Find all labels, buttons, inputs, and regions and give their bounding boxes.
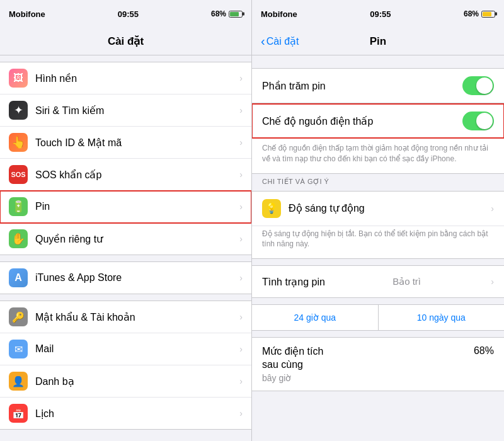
settings-list: 🖼 Hình nền › ✦ Siri & Tìm kiếm › 👆 Touch…: [0, 55, 251, 441]
mucdien-label2: sau cùng: [262, 358, 323, 372]
settings-section-3: 🔑 Mật khẩu & Tài khoản › ✉ Mail › 👤 Danh…: [0, 301, 251, 430]
left-time: 09:55: [118, 9, 139, 19]
phantram-label: Phần trăm pin: [262, 80, 326, 92]
siri-chevron: ›: [239, 105, 243, 115]
appstore-chevron: ›: [239, 273, 243, 283]
siri-label: Siri & Tìm kiếm: [35, 105, 236, 117]
mucdien-label1: Mức điện tích: [262, 345, 323, 358]
tinhtrang-chevron: ›: [491, 277, 494, 287]
wallpaper-chevron: ›: [239, 73, 243, 83]
phantram-toggle-thumb: [476, 77, 493, 94]
list-item-touchid[interactable]: 👆 Touch ID & Mật mã ›: [0, 127, 251, 159]
mucdien-sub: bây giờ: [262, 373, 494, 383]
calendar-label: Lịch: [35, 408, 236, 420]
back-label: Cài đặt: [266, 35, 299, 47]
calendar-icon: 📅: [9, 404, 28, 423]
contacts-label: Danh bạ: [35, 375, 236, 387]
contacts-chevron: ›: [239, 376, 243, 386]
chedo-row: Chế độ nguồn điện thấp: [252, 104, 504, 138]
sos-icon: SOS: [9, 165, 28, 184]
right-battery-area: 68%: [464, 9, 495, 18]
right-title: Pin: [370, 35, 386, 48]
chedo-toggle[interactable]: [462, 112, 494, 130]
wallpaper-icon: 🖼: [9, 69, 28, 88]
mucdien-label-container: Mức điện tích sau cùng: [262, 345, 323, 372]
left-status-bar: Mobifone 09:55 68%: [0, 0, 251, 28]
list-item-privacy[interactable]: ✋ Quyền riêng tư ›: [0, 223, 251, 255]
mail-icon: ✉: [9, 340, 28, 358]
appstore-icon: A: [9, 268, 28, 287]
tinhtrang-section: Tình trạng pin Bảo trì ›: [252, 265, 504, 298]
mail-chevron: ›: [239, 344, 243, 354]
back-chevron-icon: ‹: [261, 34, 265, 49]
chedo-toggle-thumb: [476, 113, 493, 129]
settings-section-1: 🖼 Hình nền › ✦ Siri & Tìm kiếm › 👆 Touch…: [0, 62, 251, 255]
battery-list-icon: 🔋: [9, 197, 28, 216]
right-panel: Mobifone 09:55 68% ‹ Cài đặt Pin Phần tr…: [252, 0, 504, 441]
battery-label: Pin: [35, 201, 236, 212]
battery-chevron: ›: [239, 202, 243, 212]
settings-section-2: A iTunes & App Store ›: [0, 261, 251, 294]
dosang-row[interactable]: 💡 Độ sáng tự động ›: [252, 192, 504, 226]
appstore-label: iTunes & App Store: [35, 272, 236, 284]
keychain-label: Mật khẩu & Tài khoản: [35, 311, 236, 323]
mail-label: Mail: [35, 343, 236, 355]
right-battery-icon: [481, 11, 495, 18]
list-item-wallpaper[interactable]: 🖼 Hình nền ›: [0, 62, 251, 94]
chitiet-header: CHI TIẾT VÀ GỢI Ý: [252, 174, 504, 190]
list-item-keychain[interactable]: 🔑 Mật khẩu & Tài khoản ›: [0, 301, 251, 333]
sos-label: SOS khẩn cấp: [35, 169, 236, 181]
dosang-desc: Độ sáng tự động hiện bị tắt. Bạn có thể …: [252, 226, 504, 259]
right-battery-percent: 68%: [464, 9, 479, 18]
left-battery-fill: [230, 12, 239, 16]
dosang-section: 💡 Độ sáng tự động › Độ sáng tự động hiện…: [252, 191, 504, 260]
touchid-icon: 👆: [9, 133, 28, 152]
list-item-mail[interactable]: ✉ Mail ›: [0, 333, 251, 365]
keychain-chevron: ›: [239, 312, 243, 322]
right-nav-header: ‹ Cài đặt Pin: [252, 28, 504, 55]
left-battery-area: 68%: [211, 9, 243, 18]
sos-chevron: ›: [239, 169, 243, 180]
right-carrier: Mobifone: [261, 9, 297, 19]
tab-10days[interactable]: 10 ngày qua: [379, 305, 505, 330]
tab-24h[interactable]: 24 giờ qua: [252, 305, 379, 330]
keychain-icon: 🔑: [9, 307, 28, 326]
left-title: Cài đặt: [108, 35, 144, 48]
dosang-icon: 💡: [262, 199, 281, 218]
touchid-chevron: ›: [239, 137, 243, 147]
privacy-icon: ✋: [9, 229, 28, 248]
dosang-label: Độ sáng tự động: [289, 202, 487, 214]
list-item-calendar[interactable]: 📅 Lịch ›: [0, 398, 251, 429]
mucdien-top: Mức điện tích sau cùng 68%: [262, 345, 494, 372]
left-panel: Mobifone 09:55 68% Cài đặt 🖼 Hình nền › …: [0, 0, 252, 441]
list-item-siri[interactable]: ✦ Siri & Tìm kiếm ›: [0, 94, 251, 127]
phantram-row: Phần trăm pin: [252, 69, 504, 103]
left-carrier: Mobifone: [9, 9, 45, 19]
phantram-section: Phần trăm pin: [252, 68, 504, 103]
chedo-description: Chế độ nguồn điện thấp tạm thời giảm hoạ…: [252, 138, 504, 173]
phantram-toggle[interactable]: [462, 76, 494, 95]
left-battery-percent: 68%: [211, 9, 226, 18]
tinhtrang-label: Tình trạng pin: [262, 276, 325, 288]
right-status-bar: Mobifone 09:55 68%: [252, 0, 504, 28]
right-time: 09:55: [370, 9, 391, 19]
dosang-chevron: ›: [491, 203, 494, 214]
tabs-section: 24 giờ qua 10 ngày qua: [252, 304, 504, 331]
right-content: Phần trăm pin Chế độ nguồn điện thấp Chế…: [252, 55, 504, 441]
tinhtrang-row[interactable]: Tình trạng pin Bảo trì ›: [252, 266, 504, 297]
privacy-label: Quyền riêng tư: [35, 233, 236, 245]
list-item-battery[interactable]: 🔋 Pin ›: [0, 191, 251, 223]
back-button[interactable]: ‹ Cài đặt: [261, 34, 299, 49]
list-item-contacts[interactable]: 👤 Danh bạ ›: [0, 365, 251, 398]
list-item-appstore[interactable]: A iTunes & App Store ›: [0, 262, 251, 294]
chedo-label: Chế độ nguồn điện thấp: [262, 115, 373, 127]
siri-icon: ✦: [9, 101, 28, 120]
mucdien-value: 68%: [474, 345, 494, 357]
touchid-label: Touch ID & Mật mã: [35, 137, 236, 149]
wallpaper-label: Hình nền: [35, 72, 236, 84]
list-item-sos[interactable]: SOS SOS khẩn cấp ›: [0, 159, 251, 191]
calendar-chevron: ›: [239, 408, 243, 418]
tinhtrang-value: Bảo trì: [392, 276, 421, 287]
privacy-chevron: ›: [239, 234, 243, 244]
mucdien-section: Mức điện tích sau cùng 68% bây giờ: [252, 337, 504, 391]
